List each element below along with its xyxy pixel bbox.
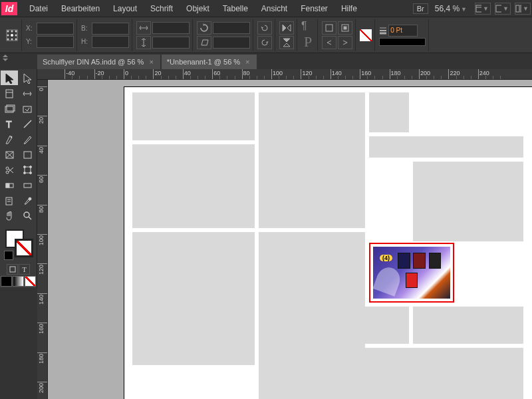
image-frame[interactable] [132, 232, 255, 365]
menu-item-objekt[interactable]: Objekt [180, 4, 216, 13]
svg-point-49 [29, 172, 31, 174]
note-tool[interactable] [1, 193, 18, 207]
default-colors-icon[interactable] [4, 251, 13, 260]
line-tool[interactable] [19, 116, 36, 131]
document-tab[interactable]: Schulflyer DIN A5.indd @ 56 %× [37, 55, 160, 69]
image-frame[interactable] [413, 307, 523, 344]
zoom-tool[interactable] [19, 208, 36, 223]
gradient-feather-tool[interactable] [19, 178, 36, 192]
flip-h-icon[interactable] [279, 21, 294, 35]
format-container-icon[interactable] [7, 264, 18, 275]
h-input[interactable] [92, 36, 129, 48]
pencil-tool[interactable] [19, 132, 36, 146]
menu-item-hilfe[interactable]: Hilfe [334, 4, 364, 13]
svg-point-41 [6, 167, 9, 170]
rotate-input[interactable] [213, 22, 250, 34]
apply-gradient-icon[interactable] [13, 276, 24, 287]
menu-item-fenster[interactable]: Fenster [294, 4, 334, 13]
image-frame[interactable] [259, 307, 409, 344]
format-text-icon[interactable]: T [19, 264, 30, 275]
rotate-ccw-icon[interactable] [257, 21, 272, 35]
image-frame[interactable] [369, 92, 409, 132]
tab-close-icon[interactable]: × [148, 58, 154, 66]
apply-none-icon[interactable] [25, 276, 36, 287]
svg-point-14 [15, 38, 17, 40]
image-frame[interactable] [413, 162, 523, 241]
rectangle-tool[interactable] [19, 147, 36, 162]
menu-item-datei[interactable]: Datei [23, 4, 55, 13]
content-placer-tool[interactable] [19, 101, 36, 116]
image-frame[interactable] [369, 136, 523, 158]
gap-tool[interactable] [19, 86, 36, 100]
image-frame[interactable] [259, 232, 365, 365]
select-next-icon[interactable] [338, 36, 352, 49]
y-input[interactable] [37, 36, 74, 48]
reference-point-icon[interactable] [5, 29, 19, 42]
svg-point-13 [11, 38, 13, 40]
eyedropper-tool[interactable] [19, 193, 36, 207]
horizontal-ruler[interactable]: -40-20020406080100120140160180200220240 [37, 69, 532, 80]
zoom-level[interactable]: 56,4 %▼ [432, 4, 471, 13]
color-swatch-area[interactable] [4, 228, 33, 261]
page[interactable]: (4) [124, 86, 532, 399]
panel-collapse-icon[interactable] [3, 55, 9, 61]
flip-v-icon[interactable] [279, 36, 294, 49]
scale-y-input[interactable] [152, 37, 190, 49]
select-container-icon[interactable] [322, 21, 336, 35]
page-tool[interactable] [1, 86, 18, 100]
scissors-tool[interactable] [1, 162, 18, 177]
rotate-cw-icon[interactable] [257, 36, 272, 49]
image-frame[interactable] [259, 348, 523, 399]
tab-label: *Unbenannt-1 @ 56 % [167, 58, 240, 66]
shear-input[interactable] [213, 37, 250, 49]
direct-selection-tool[interactable] [19, 70, 36, 85]
svg-marker-19 [283, 43, 290, 47]
w-input[interactable] [92, 23, 129, 35]
arrange-docs-icon[interactable]: ▼ [515, 3, 531, 15]
place-count-badge: (4) [380, 255, 392, 261]
svg-marker-16 [283, 25, 286, 31]
x-input[interactable] [37, 23, 74, 35]
type-tool[interactable]: T [1, 116, 18, 131]
rotate-icon[interactable] [197, 21, 211, 35]
vertical-ruler[interactable]: -40-20020406080100120140160180200220240 [37, 80, 48, 399]
bridge-button[interactable]: Br [413, 3, 428, 14]
stroke-swatch[interactable] [15, 239, 33, 257]
stroke-style-dropdown[interactable] [379, 38, 426, 46]
select-prev-icon[interactable] [322, 36, 336, 49]
menu-item-tabelle[interactable]: Tabelle [216, 4, 255, 13]
scale-y-icon[interactable] [136, 36, 151, 49]
menu-item-layout[interactable]: Layout [106, 4, 144, 13]
canvas[interactable]: (4) [48, 80, 532, 399]
tab-close-icon[interactable]: × [244, 58, 251, 66]
menu-item-bearbeiten[interactable]: Bearbeiten [55, 4, 106, 13]
menu-item-ansicht[interactable]: Ansicht [255, 4, 294, 13]
menu-item-schrift[interactable]: Schrift [144, 4, 180, 13]
selected-frame[interactable]: (4) [369, 243, 454, 303]
rectangle-frame-tool[interactable] [1, 147, 18, 162]
placed-image[interactable]: (4) [373, 247, 450, 299]
image-frame[interactable] [132, 144, 255, 228]
selection-tool[interactable] [1, 70, 18, 85]
free-transform-tool[interactable] [19, 162, 36, 177]
svg-rect-40 [24, 152, 31, 158]
content-collector-tool[interactable] [1, 101, 18, 116]
image-frame[interactable] [259, 92, 365, 228]
scale-x-icon[interactable] [136, 21, 151, 35]
paragraph-icon[interactable]: ¶ [301, 20, 315, 32]
pen-tool[interactable] [1, 132, 18, 146]
image-frame[interactable] [132, 92, 255, 140]
gradient-swatch-tool[interactable] [1, 178, 18, 192]
svg-point-46 [23, 166, 25, 168]
apply-color-icon[interactable] [1, 276, 12, 287]
select-content-icon[interactable] [338, 21, 352, 35]
screen-mode-icon[interactable]: ▼ [495, 3, 511, 15]
view-options-icon[interactable]: ▼ [475, 3, 491, 15]
shear-icon[interactable] [197, 36, 211, 49]
document-tab[interactable]: *Unbenannt-1 @ 56 %× [162, 55, 257, 69]
scale-x-input[interactable] [152, 22, 190, 34]
fill-none-swatch[interactable] [360, 29, 372, 41]
char-icon[interactable]: P [301, 33, 315, 51]
hand-tool[interactable] [1, 208, 18, 223]
stroke-weight-input[interactable] [388, 25, 418, 37]
